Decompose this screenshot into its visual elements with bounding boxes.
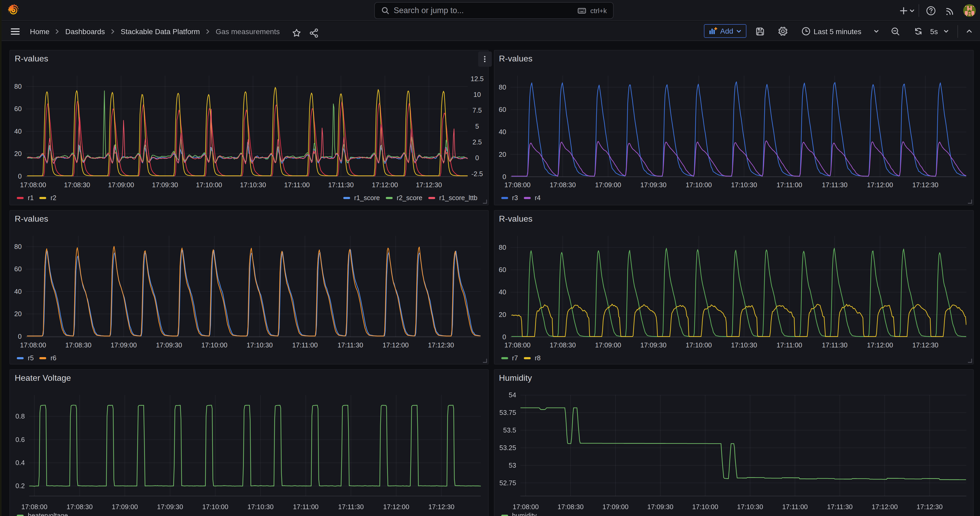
svg-text:17:08:30: 17:08:30 (549, 341, 576, 349)
svg-text:7.5: 7.5 (473, 107, 482, 114)
svg-text:0.8: 0.8 (16, 412, 25, 420)
svg-text:17:10:30: 17:10:30 (737, 503, 763, 510)
svg-text:17:12:00: 17:12:00 (383, 503, 409, 510)
svg-text:17:10:00: 17:10:00 (686, 341, 712, 349)
svg-text:17:08:30: 17:08:30 (64, 181, 90, 188)
svg-text:40: 40 (14, 288, 22, 295)
svg-text:17:11:00: 17:11:00 (776, 181, 802, 188)
svg-text:0.2: 0.2 (16, 482, 25, 489)
svg-text:5: 5 (475, 123, 479, 130)
svg-text:17:08:30: 17:08:30 (67, 503, 93, 510)
svg-text:17:12:00: 17:12:00 (871, 503, 897, 510)
svg-text:17:09:00: 17:09:00 (595, 341, 621, 349)
svg-text:17:10:00: 17:10:00 (201, 341, 228, 349)
svg-text:17:10:30: 17:10:30 (731, 341, 757, 349)
svg-text:17:11:00: 17:11:00 (293, 503, 319, 510)
svg-text:17:08:00: 17:08:00 (20, 341, 46, 349)
svg-text:17:11:30: 17:11:30 (822, 181, 848, 188)
svg-text:17:09:30: 17:09:30 (640, 341, 667, 349)
svg-text:17:10:30: 17:10:30 (247, 341, 273, 349)
svg-text:40: 40 (14, 127, 22, 135)
svg-text:17:09:00: 17:09:00 (108, 181, 134, 188)
svg-text:0.6: 0.6 (16, 436, 25, 443)
svg-text:54: 54 (508, 391, 516, 399)
svg-text:17:08:30: 17:08:30 (557, 503, 584, 510)
svg-text:17:11:00: 17:11:00 (284, 181, 310, 188)
svg-text:80: 80 (14, 83, 22, 90)
svg-text:10: 10 (474, 91, 481, 98)
svg-text:17:11:30: 17:11:30 (328, 181, 354, 188)
svg-text:17:11:00: 17:11:00 (782, 503, 808, 510)
svg-text:17:12:30: 17:12:30 (416, 181, 442, 188)
svg-text:17:12:30: 17:12:30 (912, 341, 938, 349)
svg-text:17:11:30: 17:11:30 (338, 503, 364, 510)
svg-text:17:11:30: 17:11:30 (337, 341, 363, 349)
svg-text:53: 53 (508, 461, 516, 469)
svg-text:17:11:00: 17:11:00 (776, 341, 802, 349)
svg-text:17:08:00: 17:08:00 (504, 341, 530, 349)
svg-text:17:12:00: 17:12:00 (867, 341, 893, 349)
svg-text:17:12:30: 17:12:30 (912, 181, 938, 188)
svg-text:0: 0 (18, 333, 22, 340)
svg-text:17:09:00: 17:09:00 (595, 181, 621, 188)
svg-text:17:11:30: 17:11:30 (827, 503, 853, 510)
svg-text:80: 80 (14, 243, 22, 250)
svg-text:17:10:00: 17:10:00 (196, 181, 222, 188)
svg-text:0: 0 (18, 172, 22, 180)
svg-text:52.75: 52.75 (499, 479, 516, 486)
svg-text:17:10:00: 17:10:00 (202, 503, 228, 510)
svg-text:17:10:30: 17:10:30 (240, 181, 266, 188)
svg-text:17:08:30: 17:08:30 (65, 341, 92, 349)
svg-text:17:08:00: 17:08:00 (20, 181, 46, 188)
svg-text:17:12:30: 17:12:30 (916, 503, 942, 510)
svg-text:80: 80 (498, 244, 506, 251)
svg-text:80: 80 (498, 83, 506, 91)
svg-text:17:09:00: 17:09:00 (112, 503, 138, 510)
svg-text:17:10:30: 17:10:30 (731, 181, 757, 188)
svg-text:53.25: 53.25 (499, 444, 516, 451)
svg-text:17:12:30: 17:12:30 (428, 503, 455, 510)
svg-text:20: 20 (14, 310, 22, 317)
svg-text:40: 40 (498, 128, 506, 135)
svg-text:17:10:00: 17:10:00 (686, 181, 712, 188)
svg-text:17:12:00: 17:12:00 (867, 181, 893, 188)
svg-text:17:08:30: 17:08:30 (549, 181, 576, 188)
svg-text:12.5: 12.5 (471, 75, 484, 83)
svg-text:17:12:00: 17:12:00 (383, 341, 409, 349)
svg-text:0.4: 0.4 (16, 459, 25, 466)
svg-text:17:09:30: 17:09:30 (647, 503, 673, 510)
svg-text:17:08:00: 17:08:00 (504, 181, 530, 188)
svg-text:53.5: 53.5 (503, 426, 516, 433)
svg-text:60: 60 (14, 105, 22, 112)
svg-text:17:09:00: 17:09:00 (111, 341, 137, 349)
svg-text:60: 60 (498, 266, 506, 273)
svg-text:17:11:30: 17:11:30 (822, 341, 848, 349)
svg-text:17:08:00: 17:08:00 (512, 503, 539, 510)
svg-text:20: 20 (498, 150, 506, 158)
svg-text:53.75: 53.75 (499, 409, 516, 416)
svg-text:17:09:30: 17:09:30 (156, 341, 182, 349)
svg-text:17:09:00: 17:09:00 (602, 503, 628, 510)
svg-text:17:10:00: 17:10:00 (692, 503, 718, 510)
svg-text:17:09:30: 17:09:30 (152, 181, 178, 188)
svg-text:20: 20 (498, 311, 506, 318)
svg-text:0: 0 (502, 173, 506, 180)
svg-text:0: 0 (475, 154, 479, 161)
svg-text:17:09:30: 17:09:30 (157, 503, 183, 510)
svg-text:17:12:30: 17:12:30 (428, 341, 454, 349)
svg-text:2.5: 2.5 (473, 139, 482, 146)
svg-text:40: 40 (498, 288, 506, 295)
svg-text:17:08:00: 17:08:00 (21, 503, 48, 510)
svg-text:17:11:00: 17:11:00 (292, 341, 318, 349)
svg-text:-2.5: -2.5 (471, 170, 483, 177)
svg-text:20: 20 (14, 150, 22, 157)
svg-text:17:10:30: 17:10:30 (248, 503, 274, 510)
svg-text:60: 60 (14, 265, 22, 272)
svg-text:17:12:00: 17:12:00 (372, 181, 398, 188)
svg-text:17:09:30: 17:09:30 (640, 181, 667, 188)
svg-text:0: 0 (502, 333, 506, 340)
svg-text:60: 60 (498, 106, 506, 113)
